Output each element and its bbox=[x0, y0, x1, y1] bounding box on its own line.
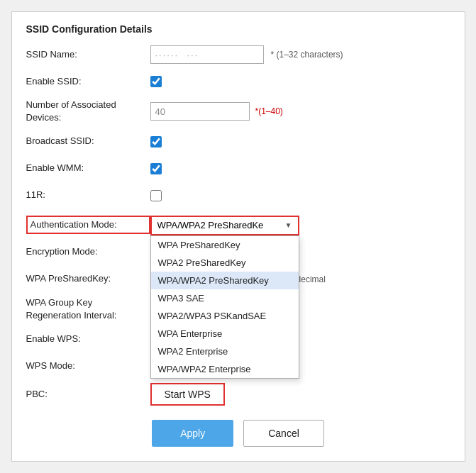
auth-mode-dropdown-menu: WPA PreSharedKey WPA2 PreSharedKey WPA/W… bbox=[150, 235, 299, 379]
broadcast-ssid-control bbox=[150, 136, 450, 148]
auth-mode-selected-value: WPA/WPA2 PreSharedKe bbox=[157, 220, 285, 230]
auth-option-wpa-enterprise[interactable]: WPA Enterprise bbox=[151, 325, 299, 343]
enable-wmm-control bbox=[150, 163, 450, 174]
enable-wps-label: Enable WPS: bbox=[26, 333, 150, 345]
apply-button[interactable]: Apply bbox=[152, 420, 233, 447]
auth-mode-label: Authentication Mode: bbox=[26, 216, 150, 234]
broadcast-ssid-checkbox[interactable] bbox=[150, 136, 162, 148]
auth-option-wpa3-sae[interactable]: WPA3 SAE bbox=[151, 289, 299, 307]
11r-label: 11R: bbox=[26, 189, 150, 201]
start-wps-button[interactable]: Start WPS bbox=[150, 383, 225, 406]
auth-mode-arrow-icon: ▼ bbox=[285, 221, 292, 229]
wpa-group-key-label: WPA Group KeyRegeneration Interval: bbox=[26, 296, 150, 322]
cancel-button[interactable]: Cancel bbox=[243, 420, 324, 447]
11r-checkbox[interactable] bbox=[150, 190, 162, 201]
enable-ssid-control bbox=[150, 76, 450, 87]
ssid-name-control: * (1–32 characters) bbox=[150, 45, 450, 64]
auth-option-wpa-wpa2-psk[interactable]: WPA/WPA2 PreSharedKey bbox=[151, 272, 299, 289]
enable-wmm-checkbox[interactable] bbox=[150, 163, 162, 174]
enable-ssid-row: Enable SSID: bbox=[26, 72, 450, 91]
enable-wmm-row: Enable WMM: bbox=[26, 159, 450, 179]
wpa-presharedkey-label: WPA PreSharedKey: bbox=[26, 272, 150, 285]
11r-row: 11R: bbox=[26, 186, 450, 206]
ssid-name-row: SSID Name: * (1–32 characters) bbox=[26, 45, 450, 65]
auth-mode-dropdown-wrapper: WPA/WPA2 PreSharedKe ▼ WPA PreSharedKey … bbox=[150, 216, 299, 235]
num-associated-input[interactable] bbox=[150, 102, 250, 121]
num-associated-label: Number of AssociatedDevices: bbox=[26, 99, 150, 124]
broadcast-ssid-label: Broadcast SSID: bbox=[26, 135, 150, 148]
11r-control bbox=[150, 190, 450, 201]
ssid-config-panel: SSID Configuration Details SSID Name: * … bbox=[11, 11, 465, 462]
broadcast-ssid-row: Broadcast SSID: bbox=[26, 132, 450, 152]
pbc-label: PBC: bbox=[26, 388, 150, 401]
auth-option-wpa2-psk[interactable]: WPA2 PreSharedKey bbox=[151, 254, 299, 272]
enable-wmm-label: Enable WMM: bbox=[26, 162, 150, 174]
wps-mode-label: WPS Mode: bbox=[26, 360, 150, 372]
pbc-row: PBC: Start WPS bbox=[26, 383, 450, 406]
pbc-control: Start WPS bbox=[150, 383, 450, 406]
bottom-buttons: Apply Cancel bbox=[26, 420, 450, 447]
encryption-mode-label: Encryption Mode: bbox=[26, 245, 150, 258]
ssid-name-input[interactable] bbox=[150, 45, 264, 64]
num-associated-row: Number of AssociatedDevices: *(1–40) bbox=[26, 99, 450, 124]
auth-option-wpa2-enterprise[interactable]: WPA2 Enterprise bbox=[151, 343, 299, 360]
auth-mode-row: Authentication Mode: WPA/WPA2 PreSharedK… bbox=[26, 213, 450, 235]
enable-ssid-checkbox[interactable] bbox=[150, 76, 162, 87]
auth-option-wpa2-wpa3-psk-sae[interactable]: WPA2/WPA3 PSKandSAE bbox=[151, 307, 299, 325]
panel-title: SSID Configuration Details bbox=[26, 23, 450, 35]
enable-ssid-label: Enable SSID: bbox=[26, 75, 150, 88]
auth-option-wpa-wpa2-enterprise[interactable]: WPA/WPA2 Enterprise bbox=[151, 360, 299, 378]
ssid-name-hint: * (1–32 characters) bbox=[271, 50, 343, 60]
ssid-name-label: SSID Name: bbox=[26, 48, 150, 61]
num-associated-control: *(1–40) bbox=[150, 102, 450, 121]
auth-option-wpa-psk[interactable]: WPA PreSharedKey bbox=[151, 236, 299, 254]
num-associated-hint: *(1–40) bbox=[255, 106, 283, 116]
auth-mode-control: WPA/WPA2 PreSharedKe ▼ WPA PreSharedKey … bbox=[150, 216, 450, 235]
auth-mode-dropdown[interactable]: WPA/WPA2 PreSharedKe ▼ bbox=[150, 216, 299, 235]
